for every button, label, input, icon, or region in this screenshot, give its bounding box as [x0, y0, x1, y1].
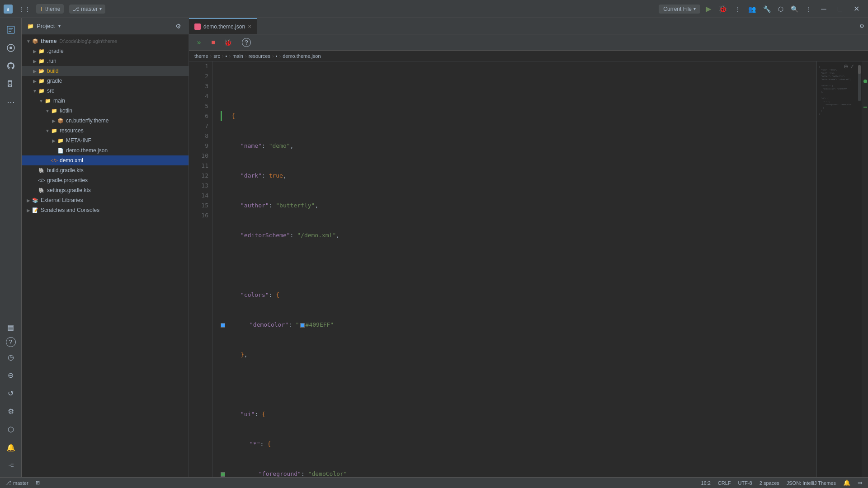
tab-bar: demo.theme.json ✕ ⚙: [189, 18, 868, 34]
notification-icon[interactable]: 🔔: [3, 439, 19, 455]
minimize-btn[interactable]: ─: [817, 3, 830, 15]
close-btn[interactable]: ✕: [850, 3, 863, 15]
tree-label: build.gradle.kts: [47, 167, 84, 174]
tree-label: .gradle: [47, 48, 64, 54]
breadcrumb-item-3[interactable]: resources: [249, 53, 270, 59]
debug-btn[interactable]: 🐞: [717, 3, 729, 15]
help2-icon[interactable]: ?: [242, 38, 251, 47]
tree-label: theme: [41, 38, 57, 44]
toolbar-separator: [238, 38, 238, 47]
status-indent2[interactable]: ⇒: [858, 479, 863, 486]
more-icon[interactable]: ⋯: [3, 94, 19, 110]
debug-run-icon[interactable]: 🐞: [222, 36, 234, 49]
breadcrumb-item-1[interactable]: src: [213, 53, 220, 59]
stop-icon[interactable]: ■: [207, 36, 220, 49]
project-settings-icon[interactable]: ⚙: [173, 21, 183, 31]
tree-item-scratches[interactable]: ▶ 📝 Scratches and Consoles: [22, 205, 189, 215]
git2-icon[interactable]: ⑂: [3, 457, 19, 474]
run-config[interactable]: Current File ▾: [659, 5, 700, 14]
svg-rect-5: [9, 31, 11, 32]
tree-label: .run: [47, 58, 57, 64]
tree-label: External Libraries: [41, 197, 83, 203]
rerun-icon[interactable]: »: [193, 36, 205, 49]
status-notifications[interactable]: 🔔: [843, 479, 850, 486]
maximize-btn[interactable]: □: [834, 3, 846, 15]
encoding-label: UTF-8: [738, 480, 752, 486]
status-line-col[interactable]: 16:2: [701, 480, 710, 486]
tools-icon[interactable]: 🔧: [761, 4, 773, 14]
branch-icon: ⎇: [5, 480, 11, 486]
tab-demo-theme-json[interactable]: demo.theme.json ✕: [189, 18, 257, 34]
tree-item-cn-butterfly[interactable]: ▶ 📦 cn.butterfly.theme: [22, 116, 189, 126]
line-col-label: 16:2: [701, 480, 710, 486]
tree-item-run[interactable]: ▶ 📁 .run: [22, 56, 189, 66]
code-line-4: "author": "butterfly",: [231, 201, 806, 211]
breadcrumb-item-0[interactable]: theme: [194, 53, 208, 59]
vcs-icon: ⊞: [36, 480, 40, 486]
tree-item-settings-gradle[interactable]: ▶ 🐘 settings.gradle.kts: [22, 185, 189, 195]
tree-label: build: [47, 68, 58, 74]
code-editor[interactable]: { "name": "demo", "dark": true, "author"…: [212, 61, 816, 477]
tree-label: gradle.properties: [47, 177, 88, 183]
app-icon: 🖥: [4, 5, 13, 14]
tree-label: demo.theme.json: [66, 147, 108, 154]
tree-item-gradle-props[interactable]: ▶ </> gradle.properties: [22, 175, 189, 185]
tab-file-icon: [194, 23, 201, 30]
tree-item-resources[interactable]: ▼ 📁 resources: [22, 126, 189, 136]
tree-item-meta-inf[interactable]: ▶ 📁 META-INF: [22, 136, 189, 145]
svg-text:🖥: 🖥: [6, 7, 10, 12]
project-panel-header: 📁 Project ▾ ⚙: [22, 18, 189, 34]
file-type-label: JSON: IntelliJ Themes: [787, 480, 836, 486]
tree-item-build-gradle[interactable]: ▶ 🐘 build.gradle.kts: [22, 165, 189, 175]
breadcrumb-item-4[interactable]: demo.theme.json: [283, 53, 321, 59]
project-dropdown-icon[interactable]: ▾: [58, 23, 61, 28]
settings2-icon[interactable]: ⚙: [3, 403, 19, 419]
bookmark-icon[interactable]: [3, 76, 19, 92]
plugins-icon[interactable]: ⬡: [776, 4, 785, 14]
help-icon[interactable]: ?: [6, 337, 16, 347]
breadcrumb-item-2[interactable]: main: [232, 53, 243, 59]
run-btn[interactable]: ▶: [704, 3, 713, 15]
vcs-icon[interactable]: [3, 40, 19, 56]
tree-item-external-libs[interactable]: ▶ 📚 External Libraries: [22, 195, 189, 205]
status-line-ending[interactable]: CRLF: [718, 480, 731, 486]
tab-close-btn[interactable]: ✕: [248, 24, 251, 29]
check-icon[interactable]: ✓: [850, 63, 854, 70]
users-icon[interactable]: 👥: [746, 4, 758, 14]
tree-item-demo-xml[interactable]: ▶ </> demo.xml: [22, 155, 189, 165]
code-line-13: "foreground": "demoColor": [231, 469, 806, 477]
history-icon[interactable]: ↺: [3, 385, 19, 401]
hamburger-menu[interactable]: ⋮⋮: [16, 4, 33, 14]
tree-item-gradle-root[interactable]: ▶ 📁 .gradle: [22, 46, 189, 56]
editor-settings-icon[interactable]: ⚙: [859, 23, 864, 29]
status-branch[interactable]: ⎇ master: [5, 480, 28, 486]
editor-area: demo.theme.json ✕ ⚙ » ■ 🐞 ? theme › src …: [189, 18, 868, 477]
tree-label: kotlin: [60, 108, 72, 114]
clock-icon[interactable]: ◷: [3, 349, 19, 365]
tree-item-build[interactable]: ▶ 📂 build: [22, 66, 189, 76]
minus-zoom-icon[interactable]: ⊖: [844, 63, 848, 70]
do-not-disturb-icon[interactable]: ⊖: [3, 367, 19, 383]
tab-label: demo.theme.json: [203, 23, 245, 30]
status-file-type[interactable]: JSON: IntelliJ Themes: [787, 480, 836, 486]
tree-item-kotlin[interactable]: ▼ 📁 kotlin: [22, 106, 189, 116]
layers-icon[interactable]: ▤: [3, 319, 19, 335]
status-indent[interactable]: 2 spaces: [760, 480, 779, 486]
status-branch-label: master: [13, 480, 28, 486]
git-branch[interactable]: ⎇ master ▾: [69, 5, 105, 14]
github-icon[interactable]: [3, 58, 19, 74]
icon-sidebar: ⋯ ▤ ? ◷ ⊖ ↺ ⚙ ⬡ 🔔 ⑂: [0, 18, 22, 477]
project-name-branch[interactable]: T theme: [36, 4, 64, 14]
plugin-icon[interactable]: ⬡: [3, 421, 19, 437]
tree-item-gradle-sub[interactable]: ▶ 📁 gradle: [22, 76, 189, 86]
status-encoding[interactable]: UTF-8: [738, 480, 752, 486]
tree-item-src[interactable]: ▼ 📁 src: [22, 86, 189, 96]
project-icon[interactable]: [3, 22, 19, 38]
tree-item-main[interactable]: ▼ 📁 main: [22, 96, 189, 106]
search-icon[interactable]: 🔍: [789, 4, 800, 14]
more-run-btn[interactable]: ⋮: [733, 4, 743, 14]
tree-item-theme[interactable]: ▼ 📦 theme D:\code\blog\plugin\theme: [22, 36, 189, 46]
status-vcs-changes[interactable]: ⊞: [36, 480, 40, 486]
settings-icon[interactable]: ⋮: [804, 4, 814, 14]
tree-item-demo-theme-json[interactable]: ▶ 📄 demo.theme.json: [22, 145, 189, 155]
